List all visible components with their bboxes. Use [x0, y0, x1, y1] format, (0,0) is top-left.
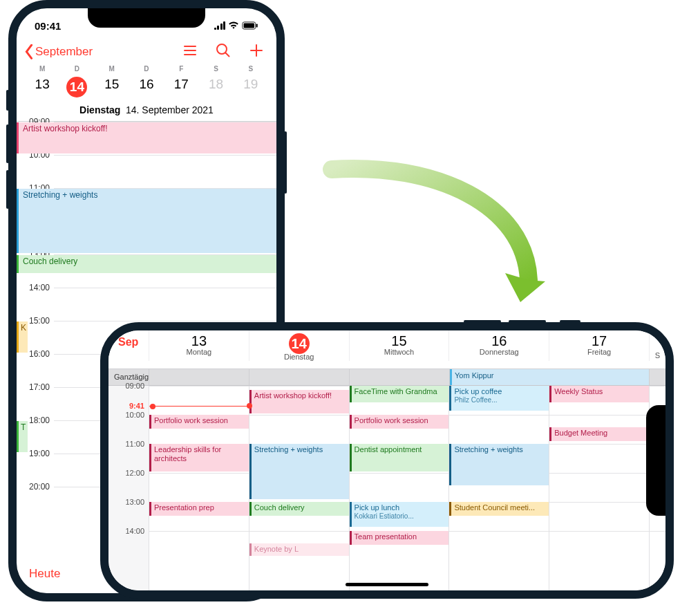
calendar-event[interactable]: Team presentation: [350, 531, 449, 545]
all-day-row: Ganztägig Yom Kippur: [108, 369, 665, 386]
notch: [646, 405, 665, 516]
volume-down-button: [6, 170, 9, 209]
allday-event-yom-kippur[interactable]: Yom Kippur: [450, 369, 649, 385]
day-column[interactable]: Pick up coffeePhilz Coffee...Stretching …: [448, 386, 549, 590]
search-icon: [216, 43, 231, 58]
calendar-event[interactable]: Artist workshop kickoff!: [249, 390, 349, 413]
list-view-button[interactable]: [182, 43, 198, 61]
chevron-left-icon: [25, 44, 33, 59]
week-day[interactable]: 17: [164, 74, 198, 100]
list-icon: [182, 43, 198, 58]
calendar-event[interactable]: K: [17, 321, 28, 353]
calendar-event[interactable]: Artist workshop kickoff!: [17, 122, 276, 153]
allday-col-mon: [149, 369, 249, 385]
day-header[interactable]: 16Donnerstag: [448, 330, 549, 361]
landscape-screen: Sep 13Montag14Dienstag15Mittwoch16Donner…: [108, 330, 665, 590]
status-right: [214, 21, 259, 30]
plus-icon: [249, 43, 264, 58]
rotation-arrow-icon: [297, 156, 553, 328]
allday-col-thu-fri: Yom Kippur: [449, 369, 649, 385]
calendar-event[interactable]: Leadership skills for architects: [149, 444, 249, 472]
day-column[interactable]: FaceTime with GrandmaPortfolio work sess…: [349, 386, 449, 590]
week-day[interactable]: 13: [25, 74, 59, 100]
calendar-event[interactable]: Stretching + weights: [249, 444, 349, 499]
calendar-event[interactable]: FaceTime with Grandma: [350, 386, 449, 402]
volume-button: [509, 320, 546, 323]
week-day[interactable]: 16: [129, 74, 164, 100]
calendar-event[interactable]: Couch delivery: [17, 255, 276, 273]
wifi-icon: [228, 21, 239, 29]
side-button: [6, 90, 9, 111]
calendar-event[interactable]: Stretching + weights: [17, 189, 276, 253]
cellular-icon: [214, 21, 226, 30]
calendar-event[interactable]: Pick up coffeePhilz Coffee...: [449, 386, 549, 411]
day-column[interactable]: Weekly StatusBudget Meeting: [549, 386, 649, 590]
status-time: 09:41: [35, 20, 61, 32]
week-strip: MDMDFSS 13141516171819 Dienstag 14. Sept…: [17, 65, 276, 121]
week-day[interactable]: 14: [59, 74, 94, 100]
calendar-header: September: [17, 43, 276, 65]
calendar-event[interactable]: Couch delivery: [249, 502, 349, 516]
side-button: [560, 320, 580, 323]
today-button[interactable]: Heute: [29, 567, 60, 581]
calendar-event[interactable]: Portfolio work session: [350, 415, 449, 429]
calendar-event[interactable]: Weekly Status: [549, 386, 649, 402]
calendar-event[interactable]: Keynote by L: [249, 543, 349, 556]
battery-icon: [242, 21, 258, 30]
current-time-label: 9:41: [129, 402, 144, 410]
back-button[interactable]: September: [25, 44, 93, 59]
selected-date-line: Dienstag 14. September 2021: [25, 100, 268, 121]
day-header[interactable]: 15Mittwoch: [349, 330, 449, 361]
calendar-event[interactable]: T: [17, 421, 28, 452]
calendar-event[interactable]: Presentation prep: [149, 502, 249, 516]
day-header[interactable]: 17Freitag: [549, 330, 649, 361]
calendar-event[interactable]: Dentist appointment: [350, 444, 449, 472]
search-button[interactable]: [216, 43, 231, 61]
volume-up-button: [6, 124, 9, 163]
allday-col-sat: [649, 369, 665, 385]
svg-rect-2: [256, 24, 258, 27]
week-day[interactable]: 19: [234, 74, 268, 100]
calendar-event[interactable]: Pick up lunchKokkari Estiatorio...: [350, 502, 449, 527]
svg-rect-1: [244, 24, 254, 28]
week-day-letters: MDMDFSS: [25, 65, 268, 73]
week-day-numbers: 13141516171819: [25, 74, 268, 100]
back-label: September: [35, 45, 93, 59]
calendar-event[interactable]: Stretching + weights: [449, 444, 549, 485]
day-header[interactable]: 13Montag: [149, 330, 249, 361]
power-button: [284, 131, 287, 194]
hour-grid-landscape[interactable]: 09:0010:0011:0012:0013:0014:009:41 Portf…: [108, 386, 665, 590]
week-day[interactable]: 15: [95, 74, 129, 100]
day-header[interactable]: 14Dienstag: [249, 330, 349, 361]
landscape-header: Sep 13Montag14Dienstag15Mittwoch16Donner…: [108, 330, 665, 369]
notch: [88, 8, 205, 28]
phone-landscape-device: Sep 13Montag14Dienstag15Mittwoch16Donner…: [100, 322, 674, 599]
calendar-event[interactable]: Budget Meeting: [549, 427, 649, 441]
volume-button: [464, 320, 501, 323]
day-column[interactable]: Artist workshop kickoff!Stretching + wei…: [249, 386, 349, 590]
home-indicator[interactable]: [346, 583, 428, 586]
day-column[interactable]: Portfolio work sessionLeadership skills …: [149, 386, 249, 590]
allday-col-tue: [249, 369, 349, 385]
allday-col-wed: [349, 369, 449, 385]
calendar-event[interactable]: Student Council meeti...: [449, 502, 549, 516]
calendar-event[interactable]: Portfolio work session: [149, 415, 249, 429]
current-time-dot: [247, 403, 252, 409]
week-day[interactable]: 18: [198, 74, 233, 100]
add-event-button[interactable]: [249, 43, 264, 61]
